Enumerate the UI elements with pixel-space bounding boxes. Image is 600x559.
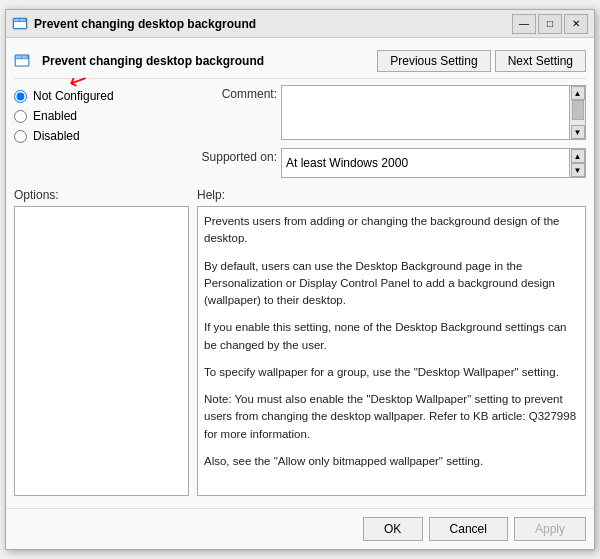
dialog-title: Prevent changing desktop background bbox=[42, 54, 264, 68]
radio-disabled-input[interactable] bbox=[14, 130, 27, 143]
supported-value: At least Windows 2000 bbox=[281, 148, 570, 178]
svg-rect-1 bbox=[14, 22, 26, 28]
title-bar: Prevent changing desktop background — □ … bbox=[6, 10, 594, 38]
supported-label: Supported on: bbox=[197, 148, 277, 164]
options-panel: Options: bbox=[14, 188, 189, 496]
ok-button[interactable]: OK bbox=[363, 517, 423, 541]
supported-scrollbar[interactable]: ▲ ▼ bbox=[570, 148, 586, 178]
header-row: Prevent changing desktop background Prev… bbox=[14, 46, 586, 79]
options-box bbox=[14, 206, 189, 496]
help-p4: To specify wallpaper for a group, use th… bbox=[204, 364, 579, 381]
scroll-track bbox=[570, 100, 585, 125]
supported-scroll-down[interactable]: ▼ bbox=[571, 163, 585, 177]
help-label: Help: bbox=[197, 188, 586, 202]
comment-textarea[interactable] bbox=[281, 85, 570, 140]
scroll-down-arrow[interactable]: ▼ bbox=[571, 125, 585, 139]
svg-rect-3 bbox=[20, 19, 25, 21]
options-label: Options: bbox=[14, 188, 189, 202]
help-box: Prevents users from adding or changing t… bbox=[197, 206, 586, 496]
svg-rect-5 bbox=[16, 59, 28, 65]
svg-rect-7 bbox=[22, 56, 27, 59]
radio-disabled[interactable]: Disabled bbox=[14, 129, 189, 143]
help-p1: Prevents users from adding or changing t… bbox=[204, 213, 579, 248]
scroll-up-arrow[interactable]: ▲ bbox=[571, 86, 585, 100]
dialog-content: Prevent changing desktop background Prev… bbox=[6, 38, 594, 504]
svg-rect-6 bbox=[16, 56, 21, 59]
main-window: Prevent changing desktop background — □ … bbox=[5, 9, 595, 550]
help-p3: If you enable this setting, none of the … bbox=[204, 319, 579, 354]
radio-disabled-label: Disabled bbox=[33, 129, 80, 143]
help-p6: Also, see the "Allow only bitmapped wall… bbox=[204, 453, 579, 470]
apply-button[interactable]: Apply bbox=[514, 517, 586, 541]
help-p5: Note: You must also enable the "Desktop … bbox=[204, 391, 579, 443]
radio-enabled[interactable]: Enabled bbox=[14, 109, 189, 123]
comment-scrollbar[interactable]: ▲ ▼ bbox=[570, 85, 586, 140]
maximize-button[interactable]: □ bbox=[538, 14, 562, 34]
comment-row: Comment: ▲ ▼ bbox=[197, 85, 586, 140]
close-button[interactable]: ✕ bbox=[564, 14, 588, 34]
window-controls: — □ ✕ bbox=[512, 14, 588, 34]
radio-not-configured-input[interactable] bbox=[14, 90, 27, 103]
help-p2: By default, users can use the Desktop Ba… bbox=[204, 258, 579, 310]
next-setting-button[interactable]: Next Setting bbox=[495, 50, 586, 72]
main-area: ↙ Not Configured Enabled Disabled bbox=[14, 85, 586, 178]
minimize-button[interactable]: — bbox=[512, 14, 536, 34]
window-title: Prevent changing desktop background bbox=[34, 17, 512, 31]
window-icon bbox=[12, 16, 28, 32]
radio-not-configured-label: Not Configured bbox=[33, 89, 114, 103]
svg-rect-2 bbox=[14, 19, 19, 21]
nav-buttons: Previous Setting Next Setting bbox=[377, 50, 586, 72]
supported-scroll-up[interactable]: ▲ bbox=[571, 149, 585, 163]
radio-not-configured[interactable]: Not Configured bbox=[14, 89, 189, 103]
left-panel: ↙ Not Configured Enabled Disabled bbox=[14, 85, 189, 178]
help-panel: Help: Prevents users from adding or chan… bbox=[197, 188, 586, 496]
footer: OK Cancel Apply bbox=[6, 508, 594, 549]
prev-setting-button[interactable]: Previous Setting bbox=[377, 50, 490, 72]
comment-field-wrapper: ▲ ▼ bbox=[281, 85, 586, 140]
supported-row: Supported on: At least Windows 2000 ▲ ▼ bbox=[197, 148, 586, 178]
cancel-button[interactable]: Cancel bbox=[429, 517, 508, 541]
bottom-section: Options: Help: Prevents users from addin… bbox=[14, 188, 586, 496]
comment-label: Comment: bbox=[197, 85, 277, 101]
radio-enabled-label: Enabled bbox=[33, 109, 77, 123]
right-panel: Comment: ▲ ▼ Supported on: bbox=[197, 85, 586, 178]
scroll-thumb bbox=[572, 100, 584, 120]
radio-enabled-input[interactable] bbox=[14, 110, 27, 123]
supported-field-wrapper: At least Windows 2000 ▲ ▼ bbox=[281, 148, 586, 178]
dialog-title-row: Prevent changing desktop background bbox=[14, 53, 264, 69]
dialog-icon bbox=[14, 53, 30, 69]
radio-group: Not Configured Enabled Disabled bbox=[14, 85, 189, 147]
